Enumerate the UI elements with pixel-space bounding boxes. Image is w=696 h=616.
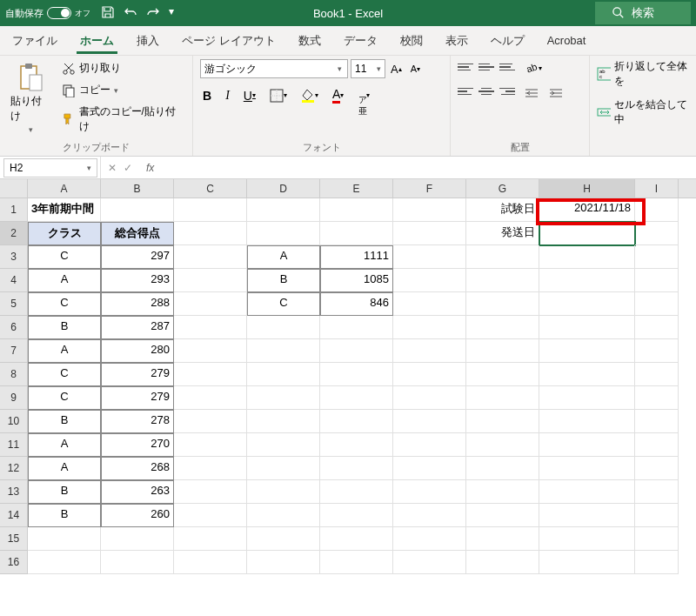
cell[interactable]	[320, 198, 393, 222]
select-all-corner[interactable]	[0, 179, 28, 198]
cell[interactable]	[393, 504, 466, 527]
cell[interactable]: C	[28, 386, 101, 410]
cell[interactable]	[247, 386, 320, 410]
wrap-text-button[interactable]: abc 折り返して全体を	[597, 59, 689, 89]
row-header[interactable]: 16	[0, 551, 28, 574]
cell[interactable]	[393, 245, 466, 269]
cell[interactable]: 268	[101, 457, 174, 480]
cell[interactable]	[466, 527, 539, 551]
cell[interactable]	[393, 222, 466, 245]
cell[interactable]: C	[28, 245, 101, 269]
cell[interactable]: 260	[101, 504, 174, 527]
cell[interactable]	[247, 198, 320, 222]
cell[interactable]	[635, 504, 679, 527]
tab-insert[interactable]: 挿入	[133, 28, 163, 54]
cell[interactable]	[174, 316, 247, 339]
cell[interactable]	[247, 222, 320, 245]
cell[interactable]	[539, 292, 635, 316]
cell[interactable]	[635, 339, 679, 363]
cell[interactable]	[174, 386, 247, 410]
copy-button[interactable]: コピー ▾	[60, 81, 185, 99]
cell[interactable]	[539, 339, 635, 363]
tab-review[interactable]: 校閲	[397, 28, 426, 54]
tab-formulas[interactable]: 数式	[295, 28, 325, 54]
format-painter-button[interactable]: 書式のコピー/貼り付け	[60, 103, 185, 136]
enter-icon[interactable]: ✓	[124, 162, 132, 174]
increase-indent-button[interactable]	[546, 85, 566, 103]
cell[interactable]	[320, 457, 393, 480]
cell[interactable]	[393, 480, 466, 504]
cell[interactable]	[539, 245, 635, 269]
cell[interactable]	[539, 433, 635, 457]
cell[interactable]: 279	[101, 363, 174, 386]
cell[interactable]	[174, 551, 247, 574]
cell[interactable]: B	[28, 480, 101, 504]
phonetic-button[interactable]: ア亜 ▾	[355, 89, 372, 102]
cell[interactable]	[393, 457, 466, 480]
cell[interactable]	[466, 339, 539, 363]
cell[interactable]	[393, 527, 466, 551]
row-header[interactable]: 3	[0, 245, 28, 269]
cell[interactable]	[635, 269, 679, 292]
border-button[interactable]: ▾	[267, 87, 290, 104]
cell[interactable]: 293	[101, 269, 174, 292]
cell[interactable]: 270	[101, 433, 174, 457]
cell[interactable]: 試験日	[466, 198, 539, 222]
cell[interactable]	[247, 457, 320, 480]
decrease-indent-button[interactable]	[522, 85, 541, 103]
cell[interactable]	[466, 433, 539, 457]
cell[interactable]	[466, 245, 539, 269]
cell[interactable]	[539, 410, 635, 433]
row-header[interactable]: 9	[0, 386, 28, 410]
cell[interactable]	[393, 410, 466, 433]
cell[interactable]: 279	[101, 386, 174, 410]
fill-color-button[interactable]: ▾	[298, 87, 321, 104]
cell[interactable]: 297	[101, 245, 174, 269]
cell[interactable]	[320, 504, 393, 527]
cell[interactable]: B	[28, 410, 101, 433]
cell[interactable]: B	[28, 504, 101, 527]
row-header[interactable]: 11	[0, 433, 28, 457]
cell[interactable]	[247, 504, 320, 527]
cell[interactable]	[635, 551, 679, 574]
cell[interactable]	[466, 457, 539, 480]
cell[interactable]	[635, 480, 679, 504]
cell[interactable]	[174, 433, 247, 457]
cell[interactable]	[393, 551, 466, 574]
bold-button[interactable]: B	[200, 87, 214, 104]
cell[interactable]: 263	[101, 480, 174, 504]
undo-icon[interactable]	[124, 5, 137, 22]
cell[interactable]	[174, 292, 247, 316]
cell[interactable]: 280	[101, 339, 174, 363]
row-header[interactable]: 14	[0, 504, 28, 527]
cell[interactable]: C	[28, 363, 101, 386]
cell[interactable]: A	[28, 339, 101, 363]
underline-button[interactable]: U ▾	[241, 87, 258, 104]
font-color-button[interactable]: A ▾	[330, 85, 346, 105]
cell[interactable]	[539, 316, 635, 339]
cell[interactable]	[174, 504, 247, 527]
align-right-button[interactable]	[499, 84, 515, 99]
align-middle-button[interactable]	[478, 59, 494, 75]
cell[interactable]	[320, 339, 393, 363]
col-header[interactable]: A	[28, 179, 101, 198]
cell[interactable]: B	[247, 269, 320, 292]
cell[interactable]	[247, 480, 320, 504]
tab-acrobat[interactable]: Acrobat	[544, 29, 590, 52]
merge-cells-button[interactable]: セルを結合して中	[597, 97, 689, 127]
cell[interactable]	[247, 551, 320, 574]
col-header[interactable]: D	[247, 179, 320, 198]
cell[interactable]	[393, 386, 466, 410]
cell[interactable]	[247, 339, 320, 363]
col-header[interactable]: F	[393, 179, 466, 198]
cell[interactable]: 288	[101, 292, 174, 316]
cell[interactable]	[635, 527, 679, 551]
row-header[interactable]: 1	[0, 198, 28, 222]
cell[interactable]	[393, 292, 466, 316]
cell[interactable]	[174, 457, 247, 480]
cell[interactable]	[466, 410, 539, 433]
cell[interactable]: C	[247, 292, 320, 316]
cancel-icon[interactable]: ✕	[108, 162, 117, 174]
cell[interactable]	[635, 410, 679, 433]
cell[interactable]	[101, 527, 174, 551]
